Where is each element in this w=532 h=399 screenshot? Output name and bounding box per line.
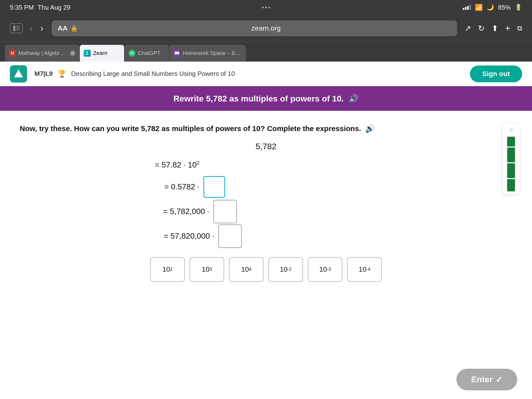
svg-rect-2	[16, 28, 19, 29]
tab-bar: M Mathway | Algebra Problem So... × Z Ze…	[0, 42, 532, 62]
question-label: Now, try these. How can you write 5,782 …	[20, 123, 361, 134]
option-10-neg3[interactable]: 10-3	[308, 257, 342, 282]
lesson-info: M7|L9 🏆 Describing Large and Small Numbe…	[34, 70, 235, 78]
tab-mathway-close[interactable]: ×	[70, 50, 75, 56]
tabs-button[interactable]: ⧉	[517, 24, 522, 33]
zearn-logo[interactable]	[10, 65, 27, 83]
status-bar: 5:35 PM Thu Aug 29 ••• 📶 🌙 85% 🔋	[0, 0, 532, 15]
lock-icon: 🔒	[70, 25, 78, 32]
date: Thu Aug 29	[38, 4, 70, 11]
aa-button[interactable]: AA	[58, 24, 67, 32]
share-button[interactable]: ↗	[465, 24, 471, 33]
math-row-3: = 5,782,000 ·	[150, 200, 382, 223]
bottom-area: Enter ✓	[0, 360, 532, 399]
domain-text: zearn.org	[81, 24, 451, 32]
homework-favicon: 📖	[173, 50, 180, 57]
progress-bar-2	[507, 148, 515, 162]
svg-marker-4	[14, 69, 23, 77]
option-10-neg2[interactable]: 10-2	[268, 257, 303, 282]
content-area: Now, try these. How can you write 5,782 …	[0, 111, 532, 360]
moon-icon: 🌙	[487, 4, 494, 11]
tab-mathway-label: Mathway | Algebra Problem So...	[18, 50, 67, 56]
tab-mathway[interactable]: M Mathway | Algebra Problem So... ×	[5, 45, 79, 62]
tab-homework-label: Homework Space – StudyX	[183, 50, 242, 56]
sign-out-button[interactable]: Sign out	[470, 66, 522, 82]
option-10-4[interactable]: 104	[229, 257, 264, 282]
forward-button[interactable]: ›	[39, 23, 44, 33]
tab-chatgpt[interactable]: ⚙ ChatGPT	[125, 45, 169, 62]
enter-button[interactable]: Enter ✓	[456, 369, 517, 390]
svg-rect-1	[16, 26, 19, 27]
new-tab-button[interactable]: +	[505, 23, 510, 33]
reload-button[interactable]: ↻	[478, 24, 485, 33]
browser-chrome: ‹ › AA 🔒 zearn.org ↗ ↻ ⬆ + ⧉	[0, 15, 532, 42]
option-10-3[interactable]: 103	[190, 257, 224, 282]
option-10-neg4[interactable]: 10-4	[347, 257, 382, 282]
signal-icon	[463, 5, 471, 10]
options-area: 102 103 104 10-2 10-3 10-4	[150, 257, 382, 282]
enter-checkmark: ✓	[496, 375, 502, 384]
progress-widget: ✳	[502, 123, 520, 194]
progress-bar-4	[507, 179, 515, 191]
upload-button[interactable]: ⬆	[492, 24, 498, 33]
main-value: 5,782	[150, 142, 382, 151]
question-audio-icon[interactable]: 🔊	[365, 123, 375, 134]
math-row-1: = 57.82 · 102	[150, 154, 382, 176]
battery-percent: 85%	[498, 4, 511, 11]
chatgpt-favicon: ⚙	[129, 50, 135, 57]
tab-chatgpt-label: ChatGPT	[138, 50, 161, 56]
svg-rect-0	[13, 26, 16, 31]
question-banner: Rewrite 5,782 as multiples of powers of …	[0, 86, 532, 111]
answer-box-3[interactable]	[218, 224, 242, 248]
question-text: Now, try these. How can you write 5,782 …	[20, 123, 512, 134]
zearn-site-header: M7|L9 🏆 Describing Large and Small Numbe…	[0, 62, 532, 86]
answer-box-1[interactable]	[203, 176, 225, 198]
tab-homework[interactable]: 📖 Homework Space – StudyX	[169, 45, 246, 62]
enter-label: Enter	[471, 375, 493, 384]
back-button[interactable]: ‹	[29, 23, 33, 33]
battery-icon: 🔋	[515, 4, 522, 11]
lesson-code: M7|L9	[34, 70, 53, 78]
answer-box-2[interactable]	[213, 200, 237, 223]
svg-rect-3	[16, 30, 19, 30]
star-icon: ✳	[508, 126, 514, 134]
tab-zearn[interactable]: Z Zearn	[80, 45, 124, 62]
math-row-2: = 0.5782 ·	[150, 176, 382, 198]
dots-icon: •••	[262, 4, 271, 11]
sidebar-toggle[interactable]	[10, 23, 23, 33]
progress-bar-1	[507, 137, 515, 147]
mathway-favicon: M	[9, 50, 16, 57]
tab-zearn-label: Zearn	[93, 50, 107, 56]
banner-audio-icon[interactable]: 🔊	[349, 94, 359, 103]
wifi-icon: 📶	[475, 4, 483, 11]
lesson-icon: 🏆	[58, 70, 66, 78]
time: 5:35 PM	[10, 4, 34, 11]
banner-text: Rewrite 5,782 as multiples of powers of …	[173, 94, 344, 103]
zearn-favicon: Z	[84, 50, 91, 57]
math-row-4: = 57,820,000 ·	[150, 225, 382, 247]
lesson-title: Describing Large and Small Numbers Using…	[71, 70, 235, 78]
address-bar[interactable]: AA 🔒 zearn.org	[52, 20, 457, 36]
option-10-2[interactable]: 102	[150, 257, 185, 282]
progress-bar-3	[507, 163, 515, 178]
